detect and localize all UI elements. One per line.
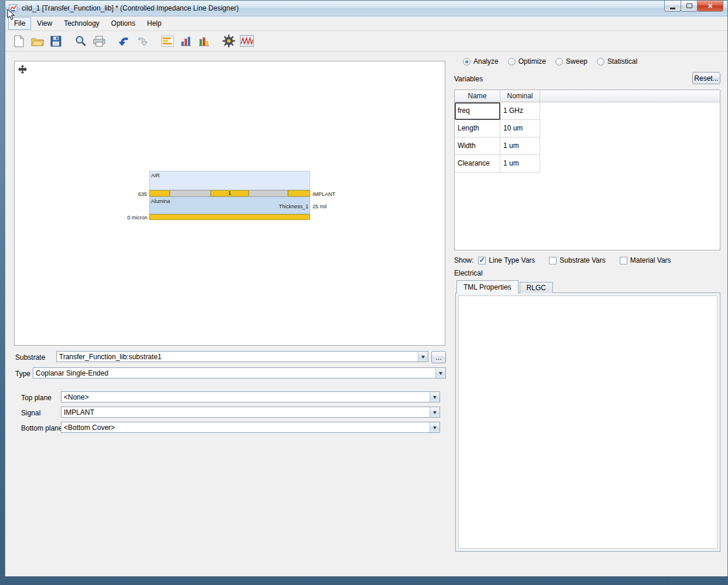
menu-technology[interactable]: Technology (58, 17, 105, 30)
substrate-combo-value: Transfer_Function_lib:substrate1 (57, 353, 418, 361)
signal-combo-arrow-icon[interactable] (430, 407, 439, 417)
checkbox-substrate-vars[interactable]: ✓ Substrate Vars (549, 256, 605, 264)
variables-table-header: Name Nominal (455, 90, 720, 102)
menu-view[interactable]: View (31, 17, 58, 30)
cross-section-canvas[interactable]: AIR 1 635 IMPLANT Alumina Thickness_1 25… (14, 61, 445, 346)
table-row: Length 10 um (455, 120, 720, 137)
type-combo[interactable]: Coplanar Single-Ended (33, 367, 446, 378)
type-label: Type (15, 370, 30, 378)
checkbox-material-vars[interactable]: ✓ Material Vars (620, 256, 671, 264)
multi-bar-chart-icon[interactable] (195, 33, 212, 49)
desktop: { "window": { "title": "cild_1 [Transfer… (0, 0, 728, 585)
column-header-nominal[interactable]: Nominal (500, 90, 540, 102)
impedance-levels-chart-icon[interactable] (159, 33, 176, 49)
checkbox-material-vars-label: Material Vars (630, 256, 671, 264)
radio-sweep[interactable]: Sweep (555, 57, 588, 66)
radio-analyze-icon[interactable] (463, 58, 471, 66)
radio-analyze[interactable]: Analyze (463, 57, 499, 66)
cell-width-nominal[interactable]: 1 um (500, 137, 540, 155)
cell-length-name[interactable]: Length (455, 120, 500, 137)
radio-sweep-icon[interactable] (555, 58, 563, 66)
radio-optimize-label: Optimize (518, 57, 546, 66)
cell-freq-nominal[interactable]: 1 GHz (500, 102, 540, 120)
minimize-button[interactable] (664, 1, 681, 12)
tml-properties-content (458, 295, 717, 549)
gear-icon[interactable] (221, 33, 237, 49)
checkbox-substrate-vars-label: Substrate Vars (559, 256, 605, 264)
air-label: AIR (151, 173, 160, 178)
radio-analyze-label: Analyze (473, 57, 499, 66)
top-plane-combo[interactable]: <None> (61, 391, 440, 402)
undo-icon[interactable] (116, 33, 132, 49)
signal-combo-value: IMPLANT (61, 408, 430, 417)
save-icon[interactable] (47, 33, 64, 49)
signal-layer-label: IMPLANT (313, 191, 335, 197)
maximize-icon (686, 4, 692, 8)
waveform-icon[interactable] (239, 33, 255, 49)
table-row: freq 1 GHz (455, 102, 720, 120)
print-icon[interactable] (91, 33, 107, 49)
radio-optimize-icon[interactable] (508, 58, 516, 66)
redo-icon[interactable] (134, 33, 150, 49)
close-button[interactable]: × (697, 1, 723, 12)
menu-options[interactable]: Options (105, 17, 141, 30)
open-icon[interactable] (29, 33, 46, 49)
checkbox-material-vars-icon[interactable]: ✓ (620, 257, 627, 264)
tab-rlgc[interactable]: RLGC (520, 282, 553, 293)
substrate-combo-arrow-icon[interactable] (418, 352, 428, 362)
radio-statistical-label: Statistical (607, 57, 637, 66)
reset-button[interactable]: Reset... (692, 72, 720, 84)
substrate-browse-button[interactable]: ... (431, 351, 446, 363)
electrical-tabs: TML Properties RLGC (456, 280, 554, 293)
radio-statistical-icon[interactable] (597, 58, 605, 66)
analysis-mode-group: Analyze Optimize Sweep Statistical (463, 57, 647, 66)
cell-clearance-nominal[interactable]: 1 um (500, 155, 540, 173)
conductor-row: 1 (149, 190, 310, 197)
substrate-material-label: Alumina (151, 198, 170, 204)
air-region (149, 171, 310, 190)
variables-table: Name Nominal freq 1 GHz Length 10 um Wid… (454, 90, 720, 250)
type-combo-arrow-icon[interactable] (435, 368, 445, 378)
top-plane-combo-arrow-icon[interactable] (430, 392, 439, 402)
thickness-name-label: Thickness_1 (277, 204, 308, 209)
bar-chart-icon[interactable] (177, 33, 194, 49)
toolbar (5, 31, 727, 51)
bottom-plane-combo-value: <Bottom Cover> (61, 424, 430, 432)
signal-combo[interactable]: IMPLANT (61, 407, 440, 418)
cell-width-name[interactable]: Width (455, 137, 500, 155)
signal-label: Signal (21, 409, 40, 417)
substrate-combo[interactable]: Transfer_Function_lib:substrate1 (56, 351, 428, 362)
new-icon[interactable] (11, 33, 28, 49)
checkbox-substrate-vars-icon[interactable]: ✓ (549, 257, 557, 264)
variables-label: Variables (454, 75, 483, 83)
close-icon: × (708, 1, 712, 11)
app-window: cild_1 [Transfer_Function_lib] * (Contro… (5, 0, 728, 577)
top-plane-combo-value: <None> (61, 393, 430, 401)
menu-help[interactable]: Help (141, 17, 167, 30)
cell-freq-name[interactable]: freq (455, 102, 500, 120)
zoom-icon[interactable] (73, 33, 89, 49)
column-header-filler (540, 90, 720, 102)
maximize-button[interactable] (681, 1, 698, 12)
cell-clearance-name[interactable]: Clearance (455, 155, 500, 173)
bottom-plane-combo-arrow-icon[interactable] (430, 422, 439, 432)
ground-conductor-right[interactable] (288, 190, 310, 197)
checkbox-line-type-vars[interactable]: ✓ Line Type Vars (478, 256, 535, 264)
ground-conductor-left[interactable] (149, 190, 170, 197)
radio-optimize[interactable]: Optimize (508, 57, 546, 66)
clearance-left (170, 190, 211, 197)
radio-statistical[interactable]: Statistical (597, 57, 637, 66)
window-title: cild_1 [Transfer_Function_lib] * (Contro… (22, 4, 239, 12)
column-header-name[interactable]: Name (455, 90, 500, 102)
cell-length-nominal[interactable]: 10 um (500, 120, 540, 137)
signal-conductor[interactable]: 1 (211, 190, 249, 197)
electrical-label: Electrical (454, 269, 483, 277)
bottom-ground-plane[interactable] (149, 214, 310, 220)
bottom-plane-label: Bottom plane (21, 424, 63, 432)
bottom-plane-combo[interactable]: <Bottom Cover> (61, 422, 440, 433)
checkbox-line-type-vars-icon[interactable]: ✓ (478, 257, 486, 264)
thickness-value-label: 25 mil (313, 204, 327, 209)
menu-bar: File View Technology Options Help (5, 16, 727, 31)
title-bar[interactable]: cild_1 [Transfer_Function_lib] * (Contro… (5, 1, 727, 16)
tab-tml-properties[interactable]: TML Properties (456, 280, 518, 293)
